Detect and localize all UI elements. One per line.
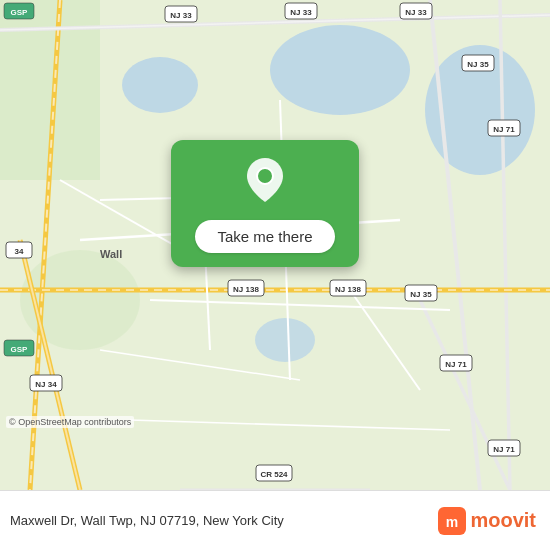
svg-text:NJ 33: NJ 33 bbox=[290, 8, 312, 17]
svg-text:NJ 34: NJ 34 bbox=[35, 380, 57, 389]
map-container: GSP GSP NJ 33 NJ 33 NJ 33 NJ 35 NJ 35 NJ… bbox=[0, 0, 550, 490]
svg-text:NJ 138: NJ 138 bbox=[335, 285, 361, 294]
svg-point-1 bbox=[270, 25, 410, 115]
openstreetmap-credit: © OpenStreetMap contributors bbox=[6, 416, 134, 428]
svg-text:NJ 33: NJ 33 bbox=[170, 11, 192, 20]
address-text: Maxwell Dr, Wall Twp, NJ 07719, New York… bbox=[10, 513, 438, 528]
moovit-brand-text: moovit bbox=[470, 509, 536, 532]
svg-text:GSP: GSP bbox=[11, 8, 29, 17]
svg-text:34: 34 bbox=[15, 247, 24, 256]
svg-point-2 bbox=[122, 57, 198, 113]
svg-text:NJ 33: NJ 33 bbox=[405, 8, 427, 17]
moovit-icon: m bbox=[438, 507, 466, 535]
map-pin-icon bbox=[247, 158, 283, 206]
svg-text:CR 524: CR 524 bbox=[260, 470, 288, 479]
take-me-there-button[interactable]: Take me there bbox=[195, 220, 334, 253]
svg-text:Wall: Wall bbox=[100, 248, 122, 260]
svg-text:NJ 71: NJ 71 bbox=[445, 360, 467, 369]
bottom-bar: Maxwell Dr, Wall Twp, NJ 07719, New York… bbox=[0, 490, 550, 550]
svg-text:NJ 35: NJ 35 bbox=[410, 290, 432, 299]
svg-text:GSP: GSP bbox=[11, 345, 29, 354]
moovit-logo: m moovit bbox=[438, 507, 536, 535]
svg-text:NJ 138: NJ 138 bbox=[233, 285, 259, 294]
svg-point-4 bbox=[255, 318, 315, 362]
popup-box: Take me there bbox=[171, 140, 358, 267]
svg-text:NJ 35: NJ 35 bbox=[467, 60, 489, 69]
svg-text:NJ 71: NJ 71 bbox=[493, 125, 515, 134]
svg-point-59 bbox=[257, 168, 273, 184]
svg-text:NJ 71: NJ 71 bbox=[493, 445, 515, 454]
popup-overlay: Take me there bbox=[155, 140, 375, 267]
svg-text:m: m bbox=[446, 514, 458, 530]
